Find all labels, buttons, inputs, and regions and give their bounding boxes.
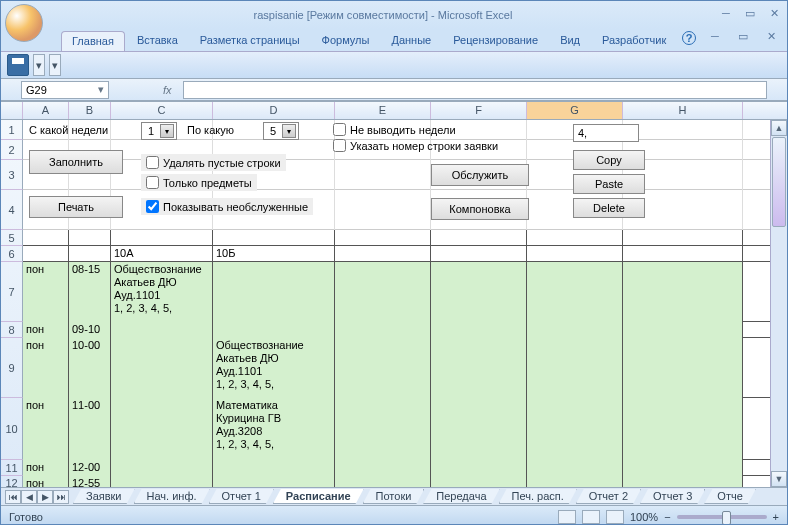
- cell[interactable]: [431, 322, 527, 338]
- cell[interactable]: [335, 398, 431, 460]
- cell[interactable]: [527, 460, 623, 476]
- cell[interactable]: пон: [23, 322, 69, 338]
- ribbon-tab[interactable]: Вид: [550, 31, 590, 51]
- doc-restore-button[interactable]: ▭: [734, 30, 752, 46]
- chevron-down-icon[interactable]: ▾: [282, 124, 296, 138]
- from-week-dropdown[interactable]: 1▾: [141, 122, 177, 140]
- cell[interactable]: Обществознание Акатьев ДЮ Ауд.1101 1, 2,…: [111, 262, 213, 322]
- row-header[interactable]: 3: [1, 160, 23, 190]
- chevron-down-icon[interactable]: ▾: [160, 124, 174, 138]
- row-header[interactable]: 12: [1, 476, 23, 487]
- number-input[interactable]: [573, 124, 639, 142]
- sheet-tab[interactable]: Отчет 1: [209, 489, 274, 504]
- row-header[interactable]: 5: [1, 230, 23, 246]
- cell[interactable]: [213, 262, 335, 322]
- cell[interactable]: [335, 460, 431, 476]
- cell[interactable]: [623, 322, 743, 338]
- cell[interactable]: [623, 398, 743, 460]
- row-header[interactable]: 6: [1, 246, 23, 262]
- column-header[interactable]: E: [335, 102, 431, 119]
- cell[interactable]: [527, 246, 623, 262]
- cell[interactable]: [335, 322, 431, 338]
- sheet-tab[interactable]: Заявки: [73, 489, 135, 504]
- scroll-down-icon[interactable]: ▼: [771, 471, 787, 487]
- ribbon-minimize-button[interactable]: ─: [706, 30, 724, 46]
- vertical-scrollbar[interactable]: ▲ ▼: [770, 120, 787, 487]
- tab-prev-icon[interactable]: ◀: [21, 490, 37, 504]
- cell[interactable]: [213, 460, 335, 476]
- restore-button[interactable]: ▭: [741, 7, 759, 23]
- row-header[interactable]: 2: [1, 140, 23, 160]
- cell[interactable]: [431, 246, 527, 262]
- cell[interactable]: [213, 230, 335, 246]
- sheet-tab[interactable]: Отчет 2: [576, 489, 641, 504]
- cell[interactable]: [623, 476, 743, 487]
- ribbon-tab[interactable]: Данные: [381, 31, 441, 51]
- cell[interactable]: [527, 262, 623, 322]
- tab-last-icon[interactable]: ⏭: [53, 490, 69, 504]
- cell[interactable]: 10Б: [213, 246, 335, 262]
- cell[interactable]: [111, 398, 213, 460]
- column-header[interactable]: D: [213, 102, 335, 119]
- fx-icon[interactable]: fx: [163, 84, 179, 96]
- cell[interactable]: пон: [23, 460, 69, 476]
- cell[interactable]: [335, 262, 431, 322]
- cell[interactable]: [335, 246, 431, 262]
- cell[interactable]: [623, 338, 743, 398]
- cell[interactable]: 10-00: [69, 338, 111, 398]
- cell[interactable]: [623, 230, 743, 246]
- serve-button[interactable]: Обслужить: [431, 164, 529, 186]
- cell[interactable]: [111, 230, 213, 246]
- cell[interactable]: [527, 322, 623, 338]
- cell[interactable]: пон: [23, 338, 69, 398]
- cell[interactable]: [623, 262, 743, 322]
- chk-delete-empty[interactable]: Удалять пустые строки: [141, 154, 286, 171]
- cell[interactable]: [623, 246, 743, 262]
- column-header[interactable]: B: [69, 102, 111, 119]
- view-normal-icon[interactable]: [558, 510, 576, 524]
- cell[interactable]: 12-55: [69, 476, 111, 487]
- cell[interactable]: [335, 230, 431, 246]
- zoom-in-icon[interactable]: +: [773, 511, 779, 523]
- cell[interactable]: [431, 230, 527, 246]
- chk-row-number[interactable]: Указать номер строки заявки: [329, 138, 502, 153]
- row-header[interactable]: 4: [1, 190, 23, 230]
- tab-first-icon[interactable]: ⏮: [5, 490, 21, 504]
- row-header[interactable]: 8: [1, 322, 23, 338]
- scroll-up-icon[interactable]: ▲: [771, 120, 787, 136]
- select-all-corner[interactable]: [1, 102, 23, 119]
- column-header[interactable]: A: [23, 102, 69, 119]
- ribbon-tab[interactable]: Разработчик: [592, 31, 676, 51]
- chk-no-weeks[interactable]: Не выводить недели: [329, 122, 460, 137]
- cell[interactable]: [335, 338, 431, 398]
- row-header[interactable]: 10: [1, 398, 23, 460]
- row-header[interactable]: 11: [1, 460, 23, 476]
- cell[interactable]: [527, 398, 623, 460]
- ribbon-tab[interactable]: Формулы: [312, 31, 380, 51]
- paste-button[interactable]: Paste: [573, 174, 645, 194]
- checkbox-icon[interactable]: [333, 123, 346, 136]
- checkbox-icon[interactable]: [146, 176, 159, 189]
- cell[interactable]: пон: [23, 262, 69, 322]
- cell[interactable]: [623, 120, 743, 140]
- cell[interactable]: [335, 190, 431, 230]
- to-week-dropdown[interactable]: 5▾: [263, 122, 299, 140]
- office-button[interactable]: [5, 4, 43, 42]
- save-icon[interactable]: [7, 54, 29, 76]
- ribbon-tab[interactable]: Разметка страницы: [190, 31, 310, 51]
- checkbox-icon[interactable]: [333, 139, 346, 152]
- cell[interactable]: пон: [23, 476, 69, 487]
- ribbon-tab[interactable]: Рецензирование: [443, 31, 548, 51]
- cell[interactable]: [335, 160, 431, 190]
- delete-button[interactable]: Delete: [573, 198, 645, 218]
- sheet-tab[interactable]: Отче: [704, 489, 755, 504]
- cell[interactable]: [527, 230, 623, 246]
- checkbox-icon[interactable]: [146, 200, 159, 213]
- cell[interactable]: [23, 230, 69, 246]
- print-button[interactable]: Печать: [29, 196, 123, 218]
- zoom-slider[interactable]: [677, 515, 767, 519]
- cell[interactable]: 12-00: [69, 460, 111, 476]
- cell[interactable]: [23, 246, 69, 262]
- sheet-tab[interactable]: Передача: [423, 489, 499, 504]
- cell[interactable]: [69, 246, 111, 262]
